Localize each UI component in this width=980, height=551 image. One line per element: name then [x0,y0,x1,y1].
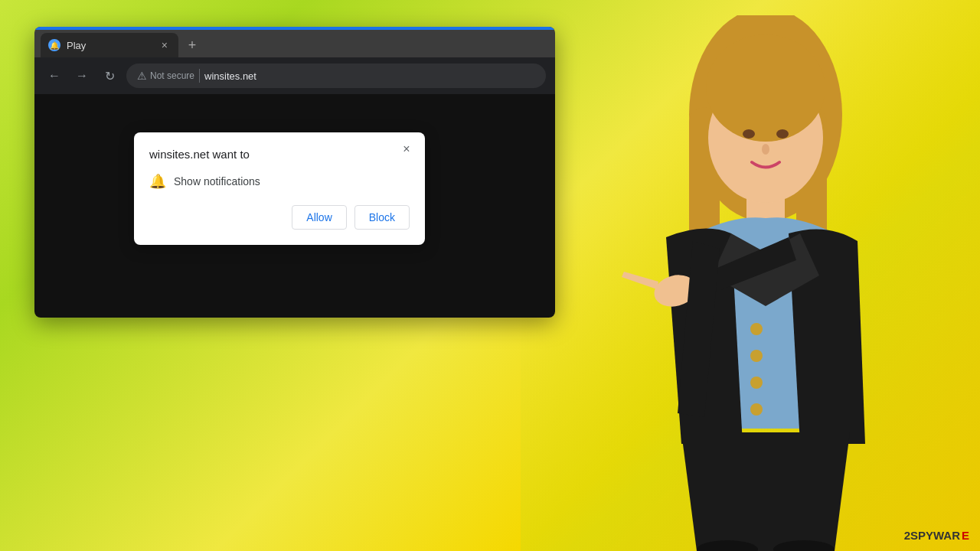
tab-bar-accent [34,27,555,30]
address-input[interactable]: ⚠ Not secure winsites.net [126,64,546,88]
tab-favicon: 🔔 [48,39,60,51]
new-tab-button[interactable]: + [181,34,203,56]
warning-icon: ⚠ [137,70,147,82]
svg-point-12 [750,403,763,416]
svg-point-11 [750,377,763,389]
popup-title: winsites.net want to [149,148,410,161]
address-url: winsites.net [204,70,256,82]
svg-point-8 [762,144,769,155]
browser-tab-active[interactable]: 🔔 Play × [41,33,178,57]
tab-title: Play [67,40,152,51]
svg-point-5 [706,34,825,142]
block-button[interactable]: Block [354,205,410,230]
tab-close-button[interactable]: × [158,37,171,53]
allow-button[interactable]: Allow [292,205,346,230]
forward-button[interactable]: → [71,65,93,86]
notification-row: 🔔 Show notifications [149,173,410,190]
watermark-suffix: E [962,529,969,542]
watermark-prefix: 2SPYWAR [904,529,960,542]
browser-content: × winsites.net want to 🔔 Show notificati… [34,94,555,318]
notification-popup: × winsites.net want to 🔔 Show notificati… [134,132,425,245]
address-divider [199,69,200,83]
svg-point-6 [743,129,755,139]
refresh-button[interactable]: ↻ [99,65,120,86]
bell-icon: 🔔 [149,173,166,190]
svg-point-7 [776,129,789,139]
svg-point-9 [750,323,763,335]
security-badge: ⚠ Not secure [137,70,194,82]
watermark: 2SPYWARE [904,529,969,542]
notification-text: Show notifications [174,175,260,187]
security-label: Not secure [150,70,194,81]
address-bar: ← → ↻ ⚠ Not secure winsites.net [34,57,555,94]
svg-point-10 [750,350,763,362]
browser-window: 🔔 Play × + ← → ↻ ⚠ Not secure winsites.n… [34,27,555,318]
popup-close-button[interactable]: × [397,140,416,158]
popup-buttons: Allow Block [149,205,410,230]
woman-figure [559,15,957,551]
back-button[interactable]: ← [44,65,65,86]
